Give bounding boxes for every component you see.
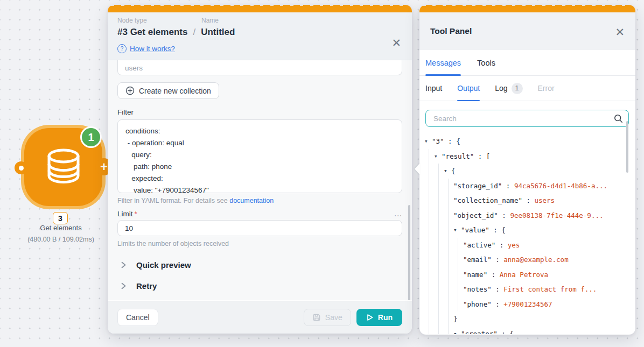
indent-guide: [424, 282, 434, 297]
title-separator: /: [193, 27, 195, 38]
required-asterisk: *: [135, 210, 137, 218]
cancel-button[interactable]: Cancel: [117, 309, 158, 326]
json-punct: {: [451, 167, 456, 175]
save-floppy-icon: [312, 313, 321, 322]
subtab-input[interactable]: Input: [425, 76, 442, 101]
filter-yaml-textarea[interactable]: conditions: - operation: equal query: pa…: [117, 119, 402, 193]
search-icon[interactable]: [614, 114, 623, 123]
indent-guide: [453, 238, 463, 253]
json-tree-row: "email" : anna@example.com: [424, 252, 635, 267]
save-button[interactable]: Save: [304, 309, 351, 326]
caret-down-icon[interactable]: ▾: [434, 149, 442, 164]
caret-down-icon[interactable]: ▾: [453, 223, 461, 238]
caret-down-icon[interactable]: ▾: [453, 327, 461, 335]
documentation-link[interactable]: documentation: [229, 197, 274, 204]
indent-guide: [424, 327, 434, 335]
panel-scrollbar[interactable]: [626, 121, 628, 173]
json-tree-row: "name" : Anna Petrova: [424, 267, 635, 282]
limit-input[interactable]: 10: [117, 220, 402, 236]
how-it-works-link[interactable]: How it works?: [130, 45, 175, 53]
indent-guide: [424, 208, 434, 223]
panel-collapse-handle[interactable]: [415, 163, 420, 175]
json-value: +79001234567: [503, 300, 552, 308]
indent-guide: [444, 193, 453, 208]
question-circle-icon: ?: [117, 44, 127, 53]
chevron-right-icon: [120, 261, 127, 269]
limit-label: Limit*: [117, 210, 137, 218]
create-new-collection-button[interactable]: Create new collection: [117, 82, 219, 99]
indent-guide: [453, 252, 463, 267]
json-tree-row[interactable]: ▾"result" : [: [424, 149, 635, 164]
indent-guide: [434, 282, 444, 297]
modal-body: users Create new collection Filter condi…: [108, 60, 412, 300]
json-tree-row: "active" : yes: [424, 238, 635, 253]
indent-guide: [434, 252, 444, 267]
node-name-editable[interactable]: Untitled: [201, 27, 235, 39]
indent-guide: [424, 223, 434, 238]
caret-down-icon[interactable]: ▾: [424, 134, 432, 149]
indent-guide: [453, 282, 463, 297]
node-type-label: Node type: [117, 17, 201, 24]
indent-guide: [444, 208, 453, 223]
chevron-right-icon: [120, 282, 127, 290]
json-key: "creator": [461, 330, 498, 335]
quick-preview-section-toggle[interactable]: Quick preview: [117, 253, 402, 274]
json-key: "object_id": [453, 211, 498, 219]
close-icon[interactable]: ✕: [391, 37, 401, 48]
retry-section-toggle[interactable]: Retry: [117, 274, 402, 295]
collection-input[interactable]: users: [117, 60, 402, 75]
search-input[interactable]: [432, 114, 614, 123]
node-title: Get elements: [12, 224, 109, 232]
json-output-tree: ▾"3" : {▾"result" : [▾{"storage_id" : 94…: [419, 134, 635, 334]
json-punct: {: [501, 226, 506, 234]
play-icon: [366, 314, 374, 321]
json-key: "storage_id": [453, 182, 502, 190]
tab-tools[interactable]: Tools: [477, 50, 495, 75]
run-button[interactable]: Run: [356, 309, 402, 326]
tab-messages[interactable]: Messages: [425, 50, 461, 75]
indent-guide: [424, 311, 434, 327]
plus-circle-icon: [125, 86, 135, 95]
json-tree-row: "object_id" : 9ee08138-7f1e-444e-9...: [424, 208, 635, 223]
indent-guide: [434, 238, 444, 253]
json-tree-row[interactable]: ▾{: [424, 164, 635, 179]
tool-panel-tabs: Messages Tools: [419, 50, 635, 76]
indent-guide: [434, 208, 444, 223]
indent-guide: [434, 223, 444, 238]
json-value: 9ee08138-7f1e-444e-9...: [510, 211, 603, 219]
indent-guide: [444, 223, 453, 238]
indent-guide: [444, 252, 453, 267]
json-punct: }: [453, 315, 458, 323]
indent-guide: [434, 164, 444, 179]
indent-guide: [434, 311, 444, 327]
caret-down-icon[interactable]: ▾: [444, 164, 451, 179]
json-value: First contact from f...: [503, 285, 597, 293]
modal-scrollbar[interactable]: [408, 205, 410, 300]
indent-guide: [444, 282, 453, 297]
indent-guide: [424, 252, 434, 267]
subtab-log[interactable]: Log 1: [495, 76, 522, 101]
close-icon[interactable]: ✕: [615, 26, 625, 38]
json-key: "notes": [463, 285, 492, 293]
json-key: "result": [442, 152, 474, 160]
modal-accent-bar: [108, 5, 412, 12]
json-tree-row[interactable]: ▾"creator" : {: [424, 327, 635, 335]
json-key: "active": [463, 241, 495, 249]
json-tree-row: "storage_id" : 94ca5676-d4d1-4b86-a...: [424, 179, 635, 194]
subtab-output[interactable]: Output: [457, 76, 480, 101]
node-input-port[interactable]: [15, 161, 27, 174]
message-subtabs: Input Output Log 1 Error: [419, 76, 635, 101]
json-key: "value": [461, 226, 489, 234]
indent-guide: [444, 311, 453, 327]
json-tree-row[interactable]: ▾"3" : {: [424, 134, 635, 149]
json-tree-row[interactable]: ▾"value" : {: [424, 223, 635, 238]
limit-helper-text: Limits the number of objects received: [117, 240, 402, 247]
json-key: "collection_name": [453, 196, 522, 204]
modal-header: Node type Name #3 Get elements / Untitle…: [108, 12, 412, 60]
json-tree-row: "notes" : First contact from f...: [424, 282, 635, 297]
field-options-button[interactable]: ...: [394, 209, 402, 218]
indent-guide: [434, 267, 444, 282]
json-value: 94ca5676-d4d1-4b86-a...: [514, 182, 607, 190]
json-punct: [: [486, 152, 491, 160]
subtab-error[interactable]: Error: [538, 76, 555, 101]
